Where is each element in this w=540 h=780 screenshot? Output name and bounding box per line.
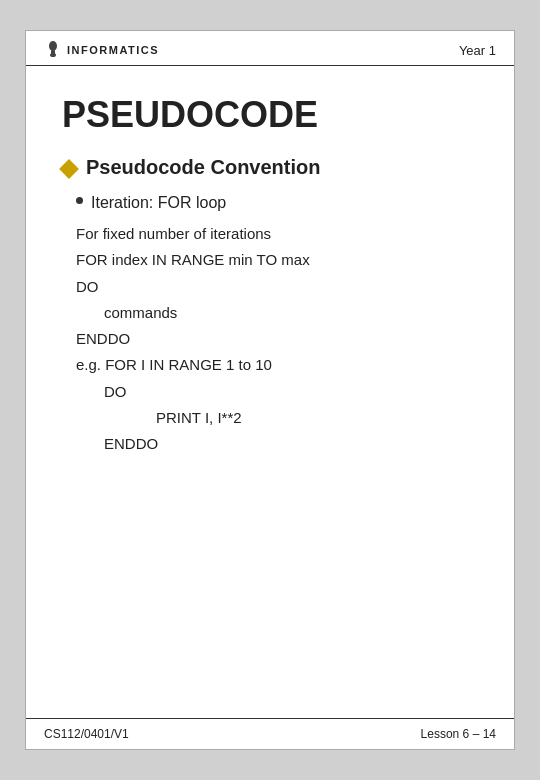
footer-right-text: Lesson 6 – 14 — [421, 727, 496, 741]
code-line-2: commands — [104, 300, 478, 326]
svg-point-2 — [50, 53, 56, 57]
logo-area: INFORMATICS — [44, 41, 159, 59]
diamond-icon — [59, 159, 79, 179]
bullet-dot-icon — [76, 197, 83, 204]
logo-text: INFORMATICS — [67, 44, 159, 56]
code-line-0: FOR index IN RANGE min TO max — [76, 247, 478, 273]
header: INFORMATICS Year 1 — [26, 31, 514, 66]
code-block: For fixed number of iterations FOR index… — [76, 221, 478, 457]
code-line-3: ENDDO — [76, 326, 478, 352]
code-line-5: DO — [104, 379, 478, 405]
sub-items: Iteration: FOR loop For fixed number of … — [76, 191, 478, 457]
main-title: PSEUDOCODE — [26, 66, 514, 146]
code-line-1: DO — [76, 274, 478, 300]
section-title: Pseudocode Convention — [86, 156, 320, 179]
footer-left-text: CS112/0401/V1 — [44, 727, 129, 741]
section-header: Pseudocode Convention — [62, 156, 478, 179]
year-label: Year 1 — [459, 43, 496, 58]
svg-point-0 — [49, 41, 57, 51]
content-area: Pseudocode Convention Iteration: FOR loo… — [26, 146, 514, 718]
bullet-text: Iteration: FOR loop — [91, 191, 226, 215]
slide: INFORMATICS Year 1 PSEUDOCODE Pseudocode… — [25, 30, 515, 750]
code-line-6: PRINT I, I**2 — [156, 405, 478, 431]
informatics-logo-icon — [44, 41, 62, 59]
code-line-4: e.g. FOR I IN RANGE 1 to 10 — [76, 352, 478, 378]
code-line-7: ENDDO — [104, 431, 478, 457]
description-line1: For fixed number of iterations — [76, 221, 478, 247]
footer: CS112/0401/V1 Lesson 6 – 14 — [26, 718, 514, 749]
bullet-item: Iteration: FOR loop — [76, 191, 478, 215]
